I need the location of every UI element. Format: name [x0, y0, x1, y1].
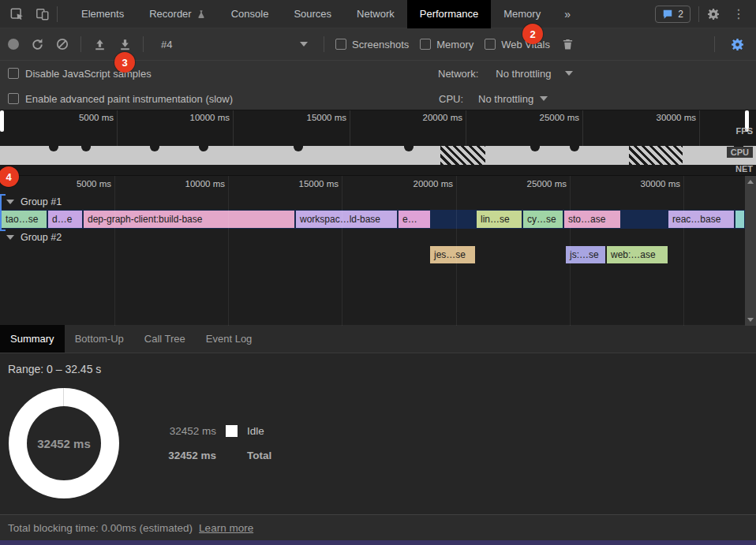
tab-label: Elements [81, 8, 124, 20]
checkbox-box[interactable] [420, 39, 431, 50]
legend-label: Idle [247, 425, 264, 437]
checkbox-label: Screenshots [352, 39, 409, 50]
flame-bar[interactable]: cy…se [523, 211, 563, 228]
network-throttling-value: No throttling [496, 68, 551, 80]
details-tab-call-tree[interactable]: Call Tree [134, 325, 196, 353]
group-header-2[interactable]: Group #2 [6, 230, 62, 245]
flame-bar[interactable]: tao…se [2, 211, 47, 228]
issues-button[interactable]: 2 [655, 6, 691, 23]
ruler-tick-label: 10000 ms [154, 179, 225, 189]
capture-settings-gear-icon[interactable] [726, 33, 748, 55]
disable-js-samples-checkbox[interactable] [8, 68, 19, 79]
donut-slice-divider [63, 388, 64, 406]
overview-cpu-activity [0, 146, 756, 165]
details-tab-event-log[interactable]: Event Log [196, 325, 263, 353]
cpu-hatched-region [440, 146, 485, 165]
timeline-overview[interactable]: 5000 ms10000 ms15000 ms20000 ms25000 ms3… [0, 110, 756, 175]
separator [80, 36, 81, 52]
clear-recording-icon[interactable] [55, 33, 69, 55]
grid-line [456, 176, 457, 326]
flame-bar[interactable]: js:…se [566, 246, 605, 263]
cpu-activity-notch [49, 146, 58, 151]
flame-bar[interactable]: dep-graph-client:build-base [84, 211, 294, 228]
cpu-throttling-value: No throttling [478, 93, 533, 105]
overview-left-handle[interactable] [0, 110, 4, 132]
legend-row: 32452 msIdle [164, 424, 271, 437]
delete-recording-icon[interactable] [561, 33, 575, 55]
ruler-tick-label: 15000 ms [268, 179, 339, 189]
capture-settings-panel: Disable JavaScript samples Network: No t… [0, 60, 756, 110]
chevron-down-icon [300, 42, 308, 47]
load-profile-icon[interactable] [92, 33, 107, 55]
flame-track-1: tao…sed…edep-graph-client:build-basework… [0, 210, 745, 229]
details-tab-bottom-up[interactable]: Bottom-Up [65, 325, 134, 353]
details-tab-summary[interactable]: Summary [0, 325, 65, 353]
flame-bar[interactable]: jes…se [430, 246, 475, 263]
disable-js-samples-label: Disable JavaScript samples [25, 68, 152, 80]
triangle-down-icon [6, 235, 14, 240]
separator [324, 36, 324, 52]
chevron-down-icon [540, 96, 548, 101]
checkbox-label: Memory [436, 39, 473, 50]
network-throttling-select[interactable]: Network: No throttling [438, 61, 573, 86]
issues-count: 2 [678, 9, 683, 20]
flame-bar[interactable]: lin…se [477, 211, 522, 228]
flame-vertical-scrollbar[interactable] [745, 176, 756, 326]
settings-gear-icon[interactable] [702, 3, 724, 25]
flame-bar[interactable]: web:…ase [607, 246, 668, 263]
learn-more-link[interactable]: Learn more [199, 522, 253, 534]
tab-label: Performance [420, 8, 478, 20]
kebab-menu-icon[interactable]: ⋮ [728, 3, 750, 25]
cpu-activity-notch [570, 146, 579, 151]
separator [143, 36, 144, 52]
device-toolbar-icon[interactable] [32, 3, 54, 25]
flame-bar[interactable] [735, 211, 744, 228]
reload-and-record-icon[interactable] [30, 33, 44, 55]
status-footer: Total blocking time: 0.00ms (estimated) … [0, 514, 756, 540]
more-tabs-button[interactable]: » [556, 8, 578, 21]
ruler-tick-label: 5000 ms [43, 113, 114, 122]
tab-recorder[interactable]: Recorder [137, 0, 218, 28]
ruler-tick-label: 30000 ms [609, 179, 680, 189]
ruler-tick-label: 20000 ms [391, 113, 462, 122]
tab-performance[interactable]: Performance [407, 0, 491, 28]
lane-label-fps: FPS [736, 126, 753, 136]
checkbox-box[interactable] [485, 39, 496, 50]
inspect-element-icon[interactable] [6, 3, 28, 25]
checkbox-memory[interactable]: Memory [420, 39, 473, 50]
grid-line [228, 176, 229, 326]
checkbox-screenshots[interactable]: Screenshots [335, 39, 409, 50]
chevron-down-icon [565, 71, 573, 76]
flame-bar[interactable]: d…e [48, 211, 82, 228]
cpu-activity-notch [81, 146, 91, 151]
tab-memory[interactable]: Memory [491, 0, 553, 28]
tab-elements[interactable]: Elements [69, 0, 137, 28]
tab-console[interactable]: Console [219, 0, 282, 28]
flame-bar[interactable]: reac…base [668, 211, 734, 228]
window-bottom-edge [0, 540, 756, 545]
triangle-down-icon [6, 200, 14, 204]
flame-chart[interactable]: Group #1tao…sed…edep-graph-client:build-… [0, 175, 756, 325]
lane-label-net: NET [735, 164, 753, 174]
checkbox-box[interactable] [335, 39, 346, 50]
step-badge-2: 2 [522, 24, 543, 44]
advanced-paint-checkbox[interactable] [8, 93, 19, 104]
tab-network[interactable]: Network [344, 0, 407, 28]
network-throttling-label: Network: [438, 68, 478, 80]
record-button[interactable] [8, 39, 19, 50]
ruler-tick-label: 15000 ms [275, 113, 346, 122]
separator [714, 36, 715, 52]
tab-sources[interactable]: Sources [281, 0, 344, 28]
group-header-1[interactable]: Group #1 [6, 195, 62, 209]
tab-label: Console [231, 8, 269, 20]
flame-bar[interactable]: e… [399, 211, 430, 228]
scroll-down-icon[interactable] [747, 318, 754, 322]
scroll-up-icon[interactable] [747, 180, 754, 184]
history-dropdown[interactable]: #4 [155, 39, 313, 50]
grid-line [114, 176, 115, 326]
flame-bar[interactable]: sto…ase [564, 211, 620, 228]
cpu-throttling-select[interactable]: CPU: No throttling [439, 86, 548, 111]
separator [57, 6, 58, 22]
flame-bar[interactable]: workspac…ld-base [296, 211, 397, 228]
donut-total-label: 32452 ms [37, 437, 91, 450]
